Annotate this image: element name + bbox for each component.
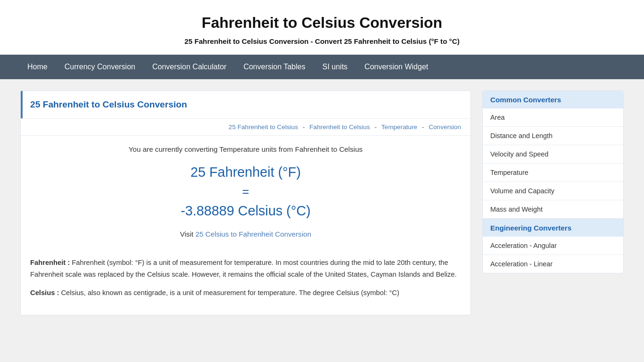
page-subtitle: 25 Fahrenheit to Celsius Conversion - Co… <box>9 37 635 45</box>
breadcrumb-item-4[interactable]: Conversion <box>429 123 461 131</box>
sidebar-item-distance[interactable]: Distance and Length <box>483 127 623 145</box>
fahrenheit-label: Fahrenheit : <box>30 259 70 266</box>
content-box: 25 Fahrenheit to Celsius Conversion 25 F… <box>20 90 471 315</box>
conversion-from-value: 25 Fahrenheit (°F) <box>35 165 456 180</box>
celsius-desc-text: Celsius, also known as centigrade, is a … <box>59 289 399 296</box>
breadcrumb-sep-1: - <box>303 123 306 131</box>
sidebar-item-area[interactable]: Area <box>483 108 623 127</box>
visit-conversion-link[interactable]: 25 Celsius to Fahrenheit Conversion <box>195 230 311 238</box>
content-title: 25 Fahrenheit to Celsius Conversion <box>30 99 461 110</box>
visit-text: Visit <box>180 230 196 238</box>
conversion-description: You are currently converting Temperature… <box>35 145 456 153</box>
content-title-bar: 25 Fahrenheit to Celsius Conversion <box>21 91 471 118</box>
sidebar-engineering-header: Engineering Converters <box>483 219 623 237</box>
sidebar-common-header: Common Converters <box>483 91 623 108</box>
celsius-description: Celsius : Celsius, also known as centigr… <box>30 287 461 299</box>
visit-link-container: Visit 25 Celsius to Fahrenheit Conversio… <box>35 230 456 238</box>
sidebar-item-mass[interactable]: Mass and Weight <box>483 200 623 219</box>
sidebar-item-temperature[interactable]: Temperature <box>483 164 623 182</box>
nav-si-units[interactable]: SI units <box>314 55 356 79</box>
page-header: Fahrenheit to Celsius Conversion 25 Fahr… <box>0 0 644 55</box>
breadcrumb: 25 Fahrenheit to Celsius - Fahrenheit to… <box>21 118 471 136</box>
sidebar-item-accel-linear[interactable]: Acceleration - Linear <box>483 255 623 273</box>
nav-calculator[interactable]: Conversion Calculator <box>144 55 235 79</box>
fahrenheit-desc-text: Fahrenheit (symbol: °F) is a unit of mea… <box>30 259 457 278</box>
breadcrumb-sep-3: - <box>422 123 426 131</box>
conversion-to-value: -3.88889 Celsius (°C) <box>35 203 456 219</box>
breadcrumb-item-1[interactable]: 25 Fahrenheit to Celsius <box>229 123 298 131</box>
main-content: 25 Fahrenheit to Celsius Conversion 25 F… <box>20 90 471 315</box>
nav-currency[interactable]: Currency Conversion <box>56 55 144 79</box>
breadcrumb-item-3[interactable]: Temperature <box>381 123 417 131</box>
description-section: Fahrenheit : Fahrenheit (symbol: °F) is … <box>21 247 471 299</box>
sidebar-item-velocity[interactable]: Velocity and Speed <box>483 145 623 164</box>
nav-tables[interactable]: Conversion Tables <box>235 55 314 79</box>
breadcrumb-sep-2: - <box>375 123 379 131</box>
breadcrumb-item-2[interactable]: Fahrenheit to Celsius <box>309 123 370 131</box>
nav-home[interactable]: Home <box>19 55 56 79</box>
sidebar-item-accel-angular[interactable]: Acceleration - Angular <box>483 237 623 255</box>
sidebar-item-volume[interactable]: Volume and Capacity <box>483 182 623 200</box>
main-nav: Home Currency Conversion Conversion Calc… <box>0 55 644 79</box>
celsius-label: Celsius : <box>30 289 59 296</box>
conversion-equals: = <box>35 185 456 198</box>
fahrenheit-description: Fahrenheit : Fahrenheit (symbol: °F) is … <box>30 257 461 280</box>
sidebar-section-common: Common Converters Area Distance and Leng… <box>482 90 624 273</box>
main-container: 25 Fahrenheit to Celsius Conversion 25 F… <box>11 90 633 315</box>
sidebar: Common Converters Area Distance and Leng… <box>482 90 624 315</box>
conversion-body: You are currently converting Temperature… <box>21 136 471 247</box>
page-title: Fahrenheit to Celsius Conversion <box>9 14 635 32</box>
nav-widget[interactable]: Conversion Widget <box>356 55 437 79</box>
